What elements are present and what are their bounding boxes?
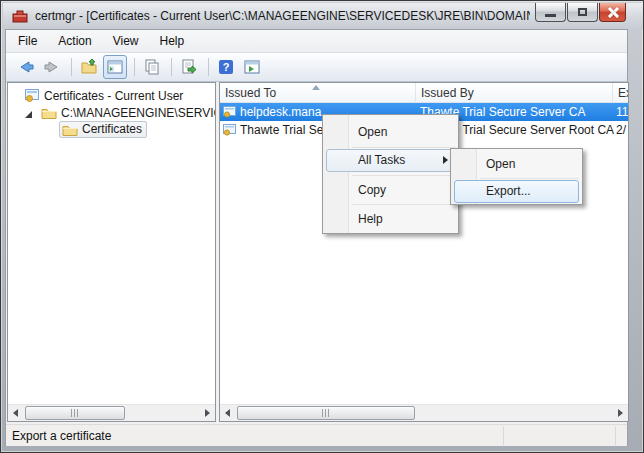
export-list-icon[interactable] [177, 55, 201, 79]
certificate-store-icon [25, 89, 40, 102]
cell-issued-to: helpdesk.mana [240, 103, 321, 121]
thumb-grip-icon [71, 409, 80, 417]
tree-item-label: Certificates - Current User [44, 89, 183, 103]
menu-item-label: All Tasks [358, 149, 405, 172]
scroll-left-arrow[interactable] [8, 405, 23, 421]
toolbar-separator [134, 58, 135, 76]
context-menu: Open All Tasks Copy Help [322, 114, 459, 234]
certmgr-window: certmgr - [Certificates - Current User\C… [0, 0, 644, 453]
scroll-right-arrow[interactable] [200, 405, 215, 421]
menu-separator [480, 178, 579, 179]
certificate-icon [223, 124, 237, 136]
cell-issued-to: Thawte Trial Se [240, 121, 323, 139]
menu-help[interactable]: Help [151, 31, 194, 51]
menu-bar: File Action View Help [6, 30, 627, 53]
new-window-icon[interactable] [240, 55, 264, 79]
status-separator [615, 426, 616, 445]
certificate-icon [223, 106, 237, 118]
list-header: Issued To Issued By Ex [220, 83, 629, 103]
menu-action[interactable]: Action [49, 31, 100, 51]
left-arrow-icon [225, 409, 230, 417]
maximize-icon [578, 8, 587, 16]
scrollbar-thumb[interactable] [237, 406, 415, 420]
tree-item-certificates-current-user[interactable]: Certificates - Current User [25, 87, 183, 104]
menu-item-label: Copy [358, 177, 386, 203]
sort-ascending-icon [312, 85, 320, 90]
up-one-level-icon[interactable] [77, 55, 101, 79]
client-area: File Action View Help [5, 29, 628, 446]
tree-selection-box: Certificates [59, 121, 147, 138]
menu-item-label: Export... [486, 180, 531, 203]
tree-item-manageengine-folder[interactable]: C:\MANAGEENGINE\SERVICE [41, 104, 216, 121]
menu-separator [352, 175, 455, 176]
window-title: certmgr - [Certificates - Current User\C… [35, 9, 530, 23]
console-tree-pane: Certificates - Current User C:\MANAGEENG… [7, 82, 216, 422]
context-menu-item-copy[interactable]: Copy [324, 177, 457, 203]
help-icon[interactable]: ? [214, 55, 238, 79]
minimize-icon [545, 14, 556, 17]
expand-collapse-icon[interactable] [24, 108, 33, 122]
thumb-grip-icon [322, 409, 331, 417]
close-button[interactable] [599, 3, 626, 22]
toolbar: ? [6, 53, 627, 82]
toolbar-separator [208, 58, 209, 76]
status-message: Export a certificate [12, 429, 111, 443]
context-menu-item-open[interactable]: Open [324, 119, 457, 145]
status-separator [503, 426, 504, 445]
certmgr-app-icon [12, 8, 28, 27]
scrollbar-thumb[interactable] [25, 406, 125, 420]
menu-item-label: Open [486, 152, 515, 176]
column-header-expiration[interactable]: Ex [613, 83, 629, 103]
svg-text:?: ? [223, 61, 230, 73]
cell-expiration: 11 [616, 103, 628, 121]
copy-icon[interactable] [140, 55, 164, 79]
toolbar-separator [171, 58, 172, 76]
right-arrow-icon [205, 409, 210, 417]
folder-icon [62, 123, 78, 136]
tree-item-label: Certificates [82, 122, 142, 136]
scroll-left-arrow[interactable] [220, 405, 235, 421]
tree-item-certificates-folder[interactable]: Certificates [59, 121, 147, 138]
column-header-issued-by[interactable]: Issued By [416, 83, 613, 103]
submenu-item-export[interactable]: Export... [452, 180, 581, 203]
right-arrow-icon [618, 409, 623, 417]
tree-item-label: C:\MANAGEENGINE\SERVICE [61, 106, 216, 120]
scroll-right-arrow[interactable] [613, 405, 628, 421]
menu-separator [352, 147, 455, 148]
tree-horizontal-scrollbar[interactable] [8, 404, 215, 421]
title-bar[interactable]: certmgr - [Certificates - Current User\C… [3, 3, 643, 29]
forward-icon[interactable] [40, 55, 64, 79]
folder-icon [41, 106, 57, 119]
menu-item-label: Help [358, 206, 383, 232]
context-menu-item-all-tasks[interactable]: All Tasks [324, 149, 457, 172]
submenu-arrow-icon [443, 156, 448, 164]
cell-expiration: 2/ [616, 121, 626, 139]
back-icon[interactable] [14, 55, 38, 79]
close-icon [600, 3, 625, 21]
list-horizontal-scrollbar[interactable] [220, 404, 628, 421]
menu-separator [352, 204, 455, 205]
maximize-button[interactable] [567, 3, 598, 22]
show-console-tree-icon[interactable] [103, 55, 127, 79]
menu-file[interactable]: File [9, 31, 46, 51]
minimize-button[interactable] [535, 3, 566, 22]
context-menu-item-help[interactable]: Help [324, 206, 457, 232]
menu-item-label: Open [358, 119, 387, 145]
submenu-item-open[interactable]: Open [452, 152, 581, 176]
left-arrow-icon [13, 409, 18, 417]
all-tasks-submenu: Open Export... [450, 148, 583, 205]
menu-view[interactable]: View [104, 31, 148, 51]
toolbar-separator [71, 58, 72, 76]
status-bar: Export a certificate [6, 424, 627, 446]
